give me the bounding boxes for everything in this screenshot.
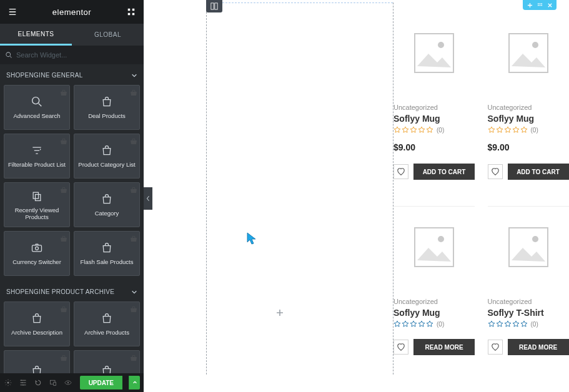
category-header-archive[interactable]: SHOPENGINE PRODUCT ARCHIVE (0, 281, 144, 301)
widget-recently-viewed[interactable]: Recently Viewed Products (4, 182, 70, 227)
svg-point-13 (22, 385, 24, 386)
product-category[interactable]: Uncategorized (488, 104, 569, 111)
product-image-placeholder[interactable] (488, 12, 569, 94)
product-actions: ADD TO CART (393, 164, 475, 180)
pro-badge-icon (60, 353, 67, 359)
product-card: UncategorizedSoflyy Mug(0)$9.00 ADD TO C… (393, 12, 475, 180)
responsive-icon[interactable] (49, 378, 57, 387)
cta-button[interactable]: READ MORE (508, 339, 569, 355)
chevron-down-icon (131, 72, 137, 79)
tab-elements[interactable]: ELEMENTS (0, 24, 72, 46)
widget-filterable-product-list[interactable]: Filterable Product List (4, 134, 70, 179)
hamburger-icon[interactable] (6, 6, 19, 18)
product-category[interactable]: Uncategorized (488, 298, 569, 305)
svg-point-28 (532, 42, 538, 48)
svg-point-9 (36, 247, 39, 250)
widget-category[interactable]: Category (74, 182, 140, 227)
section-add-icon[interactable] (527, 2, 533, 8)
section-handle[interactable] (206, 0, 222, 12)
wishlist-button[interactable] (488, 340, 503, 355)
widget-currency-switcher[interactable]: Currency Switcher (4, 231, 70, 276)
product-category[interactable]: Uncategorized (393, 104, 475, 111)
svg-point-19 (537, 2, 538, 4)
category-title: SHOPENGINE PRODUCT ARCHIVE (6, 288, 114, 295)
section-outline[interactable] (206, 2, 393, 375)
copy-icon (30, 189, 44, 203)
product-actions: READ MORE (488, 339, 569, 355)
panel-footer: UPDATE (0, 373, 144, 392)
editor-canvas[interactable] (144, 0, 393, 392)
section-controls (478, 0, 557, 10)
widget-label: Flash Sale Products (77, 258, 136, 265)
update-button[interactable]: UPDATE (80, 376, 122, 390)
widget-list-scroll[interactable]: SHOPENGINE GENERAL Advanced SearchDeal P… (0, 64, 144, 373)
category-header-general[interactable]: SHOPENGINE GENERAL (0, 64, 144, 85)
rating-count: (0) (437, 127, 444, 134)
bag-icon (100, 95, 114, 109)
svg-point-23 (539, 4, 540, 6)
product-name[interactable]: Soflyy Mug (393, 308, 475, 318)
wishlist-button[interactable] (393, 340, 408, 355)
widget-advanced-search[interactable]: Advanced Search (4, 85, 70, 130)
product-name[interactable]: Soflyy T-Shirt (488, 308, 569, 318)
product-name[interactable]: Soflyy Mug (393, 114, 475, 124)
widget-deal-products[interactable]: Deal Products (74, 85, 140, 130)
cta-button[interactable]: READ MORE (413, 339, 475, 355)
product-category[interactable]: Uncategorized (393, 298, 475, 305)
widget-archive-w3[interactable] (4, 350, 70, 373)
pro-badge-icon (60, 87, 67, 94)
product-image-placeholder[interactable] (393, 12, 475, 94)
svg-rect-17 (211, 3, 214, 9)
widget-label: Product Category List (76, 161, 137, 168)
gear-icon[interactable] (4, 378, 12, 387)
section-close-icon[interactable] (547, 2, 553, 8)
svg-point-16 (67, 382, 69, 383)
rating-count: (0) (531, 127, 538, 134)
widget-label: Archive Products (82, 329, 132, 336)
svg-point-12 (22, 382, 23, 383)
widget-archive-description[interactable]: Archive Description (4, 301, 70, 346)
svg-point-21 (541, 2, 542, 4)
product-image-placeholder[interactable] (393, 207, 475, 288)
svg-rect-6 (33, 192, 38, 198)
widget-label: Advanced Search (11, 112, 63, 119)
wishlist-button[interactable] (488, 164, 503, 179)
navigator-icon[interactable] (19, 378, 27, 387)
panel-header: elementor (0, 0, 144, 24)
svg-rect-8 (32, 245, 42, 252)
panel-collapse-handle[interactable] (144, 187, 152, 210)
widget-label: Archive Description (9, 329, 65, 336)
update-options-button[interactable] (129, 376, 140, 390)
pro-badge-icon (130, 353, 137, 359)
product-actions: ADD TO CART (488, 164, 569, 180)
wishlist-button[interactable] (393, 164, 408, 179)
section-drag-icon[interactable] (537, 2, 543, 8)
widget-archive-w4[interactable] (74, 350, 140, 373)
apps-icon[interactable] (125, 6, 137, 18)
product-image-placeholder[interactable] (488, 207, 569, 288)
product-name[interactable]: Soflyy Mug (488, 114, 569, 124)
pro-badge-icon (130, 185, 137, 191)
pro-badge-icon (130, 233, 137, 240)
elementor-panel: elementor ELEMENTS GLOBAL SHOPENGINE GEN… (0, 0, 144, 392)
svg-point-5 (32, 97, 39, 104)
cta-button[interactable]: ADD TO CART (413, 164, 475, 180)
add-widget-plus-icon[interactable] (276, 308, 284, 315)
svg-rect-2 (128, 13, 131, 16)
preview-icon[interactable] (64, 378, 72, 387)
cta-button[interactable]: ADD TO CART (508, 164, 569, 180)
search-input[interactable] (16, 51, 139, 59)
widget-archive-products[interactable]: Archive Products (74, 301, 140, 346)
category-title: SHOPENGINE GENERAL (6, 72, 83, 79)
history-icon[interactable] (34, 378, 42, 387)
bag-icon (100, 311, 114, 325)
preview-area: UncategorizedSoflyy Mug(0)$9.00 ADD TO C… (393, 0, 569, 392)
widget-product-category-list[interactable]: Product Category List (74, 134, 140, 179)
product-card: UncategorizedSoflyy Mug(0) READ MORE (393, 194, 475, 355)
svg-point-20 (539, 2, 540, 4)
widget-flash-sale[interactable]: Flash Sale Products (74, 231, 140, 276)
widget-grid-archive: Archive DescriptionArchive Products (0, 301, 144, 373)
bag-icon (30, 364, 44, 373)
svg-rect-18 (215, 3, 217, 9)
tab-global[interactable]: GLOBAL (72, 24, 144, 46)
